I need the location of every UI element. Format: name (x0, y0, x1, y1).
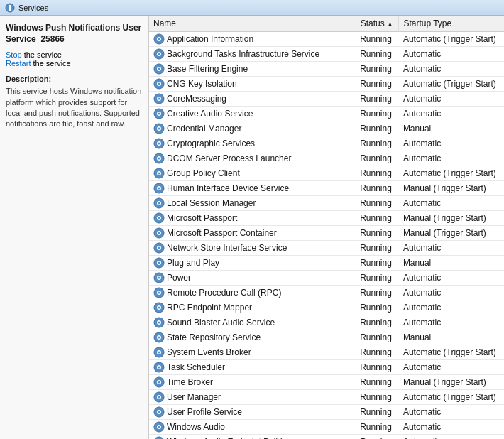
table-row[interactable]: Cryptographic ServicesRunningAutomatic (149, 136, 504, 151)
table-row[interactable]: Microsoft Passport ContainerRunningManua… (149, 226, 504, 241)
table-row[interactable]: Network Store Interface ServiceRunningAu… (149, 241, 504, 256)
table-row[interactable]: User ManagerRunningAutomatic (Trigger St… (149, 390, 504, 405)
service-startup-type: Automatic (Trigger Start) (399, 32, 504, 47)
stop-service-link[interactable]: Stop (6, 50, 22, 59)
service-name-cell: Windows Audio (149, 420, 356, 434)
service-name-text: User Profile Service (167, 407, 242, 417)
service-name-cell: Base Filtering Engine (149, 62, 356, 76)
table-row[interactable]: Remote Procedure Call (RPC)RunningAutoma… (149, 286, 504, 300)
service-status: Running (356, 360, 399, 375)
table-row[interactable]: Application InformationRunningAutomatic … (149, 32, 504, 47)
table-row[interactable]: Creative Audio ServiceRunningAutomatic (149, 107, 504, 121)
description-label: Description: (6, 75, 143, 83)
table-row[interactable]: Credential ManagerRunningManual (149, 121, 504, 136)
service-name-text: Application Information (167, 34, 253, 44)
table-row[interactable]: Base Filtering EngineRunningAutomatic (149, 62, 504, 77)
service-name-text: Credential Manager (167, 124, 241, 134)
service-startup-type: Automatic (Trigger Start) (399, 390, 504, 405)
service-icon (153, 317, 165, 328)
table-row[interactable]: Human Interface Device ServiceRunningMan… (149, 181, 504, 196)
table-row[interactable]: Task SchedulerRunningAutomatic (149, 360, 504, 375)
service-icon (153, 153, 165, 164)
service-startup-type: Automatic (Trigger Start) (399, 166, 504, 181)
service-name-text: User Manager (167, 392, 221, 402)
service-name-text: System Events Broker (167, 347, 251, 357)
service-icon (153, 93, 165, 104)
table-row[interactable]: Group Policy ClientRunningAutomatic (Tri… (149, 166, 504, 181)
service-status: Running (356, 181, 399, 196)
table-row[interactable]: Local Session ManagerRunningAutomatic (149, 196, 504, 211)
sort-indicator: ▲ (387, 21, 393, 28)
service-startup-type: Automatic (399, 420, 504, 435)
service-startup-type: Automatic (399, 360, 504, 375)
service-status: Running (356, 92, 399, 107)
service-startup-type: Manual (Trigger Start) (399, 226, 504, 241)
service-name-cell: System Events Broker (149, 345, 356, 359)
service-status: Running (356, 435, 399, 440)
table-row[interactable]: Plug and PlayRunningManual (149, 256, 504, 271)
service-startup-type: Automatic (Trigger Start) (399, 345, 504, 360)
svg-point-29 (154, 422, 164, 432)
table-row[interactable]: Windows AudioRunningAutomatic (149, 420, 504, 435)
service-name-text: Time Broker (167, 377, 213, 387)
service-name-cell: User Manager (149, 390, 356, 404)
title-bar-text: Services (18, 4, 48, 12)
svg-point-11 (154, 153, 164, 163)
service-name-text: Remote Procedure Call (RPC) (167, 288, 281, 298)
table-row[interactable]: Microsoft PassportRunningManual (Trigger… (149, 211, 504, 226)
table-row[interactable]: User Profile ServiceRunningAutomatic (149, 405, 504, 420)
service-startup-type: Automatic (399, 315, 504, 330)
table-row[interactable]: CoreMessagingRunningAutomatic (149, 92, 504, 107)
table-header-row: Name Status ▲ Startup Type (149, 16, 504, 32)
table-row[interactable]: CNG Key IsolationRunningAutomatic (Trigg… (149, 77, 504, 92)
service-icon (153, 332, 165, 343)
service-name-text: RPC Endpoint Mapper (167, 303, 252, 313)
service-name-text: Microsoft Passport (167, 213, 237, 223)
service-startup-type: Manual (Trigger Start) (399, 181, 504, 196)
service-name-cell: RPC Endpoint Mapper (149, 300, 356, 315)
service-startup-type: Automatic (399, 271, 504, 286)
svg-point-6 (154, 79, 164, 89)
table-row[interactable]: Sound Blaster Audio ServiceRunningAutoma… (149, 315, 504, 330)
svg-point-3 (154, 34, 164, 44)
restart-service-link[interactable]: Restart (6, 59, 31, 67)
table-row[interactable]: DCOM Server Process LauncherRunningAutom… (149, 151, 504, 166)
service-icon (153, 212, 165, 224)
restart-text: the service (31, 59, 70, 67)
table-row[interactable]: Background Tasks Infrastructure ServiceR… (149, 47, 504, 62)
service-name-text: Task Scheduler (167, 362, 225, 372)
table-row[interactable]: System Events BrokerRunningAutomatic (Tr… (149, 345, 504, 360)
service-status: Running (356, 196, 399, 211)
service-icon (153, 421, 165, 433)
table-row[interactable]: State Repository ServiceRunningManual (149, 330, 504, 345)
service-status: Running (356, 315, 399, 330)
service-name-text: Network Store Interface Service (167, 243, 287, 253)
service-name-cell: DCOM Server Process Launcher (149, 151, 356, 166)
service-startup-type: Manual (Trigger Start) (399, 211, 504, 226)
service-status: Running (356, 286, 399, 300)
column-status[interactable]: Status ▲ (356, 16, 399, 32)
service-startup-type: Automatic (399, 300, 504, 315)
column-startup-type[interactable]: Startup Type (399, 16, 504, 32)
service-startup-type: Automatic (399, 405, 504, 420)
service-name-cell: Microsoft Passport (149, 211, 356, 225)
svg-point-28 (154, 407, 164, 417)
table-row[interactable]: Time BrokerRunningManual (Trigger Start) (149, 375, 504, 390)
right-panel[interactable]: Name Status ▲ Startup Type Application I… (149, 16, 504, 439)
service-name-cell: Application Information (149, 32, 356, 46)
table-row[interactable]: RPC Endpoint MapperRunningAutomatic (149, 300, 504, 315)
column-name[interactable]: Name (149, 16, 356, 32)
service-status: Running (356, 121, 399, 136)
service-name-text: CNG Key Isolation (167, 79, 237, 89)
service-name-cell: CNG Key Isolation (149, 77, 356, 91)
service-name-text: Group Policy Client (167, 168, 240, 178)
service-status: Running (356, 107, 399, 121)
svg-point-13 (154, 183, 164, 193)
service-name-text: Human Interface Device Service (167, 183, 289, 193)
svg-point-24 (154, 347, 164, 357)
table-row[interactable]: PowerRunningAutomatic (149, 271, 504, 286)
table-row[interactable]: Windows Audio Endpoint BuilderRunningAut… (149, 435, 504, 440)
service-status: Running (356, 300, 399, 315)
service-name-cell: State Repository Service (149, 330, 356, 345)
service-icon (153, 108, 165, 119)
